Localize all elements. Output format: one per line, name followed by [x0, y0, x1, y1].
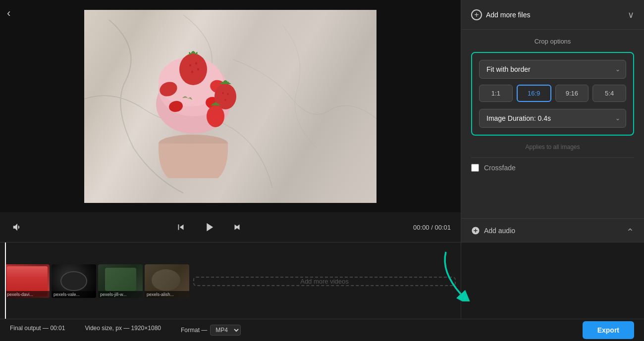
add-more-label: Add more videos: [300, 278, 349, 285]
format: Format — MP4 MOV AVI: [181, 325, 241, 336]
svg-point-8: [197, 68, 199, 70]
timeline-thumb-1[interactable]: pexels-davi...: [5, 264, 50, 298]
time-display: 00:00 / 00:01: [413, 224, 451, 231]
export-button[interactable]: Export: [583, 321, 634, 339]
playback-controls: 00:00 / 00:01: [0, 212, 461, 242]
add-more-videos-area[interactable]: Add more videos: [193, 277, 456, 286]
svg-point-15: [227, 93, 229, 95]
video-size: Video size, px — 1920×1080: [85, 325, 161, 336]
svg-point-16: [225, 99, 226, 101]
svg-point-13: [215, 84, 236, 109]
crop-section: Crop options Fit with border Crop to fil…: [461, 30, 644, 218]
timeline-thumb-2[interactable]: pexels-vale...: [52, 264, 96, 298]
svg-point-6: [195, 62, 197, 64]
plus-circle-icon: +: [471, 9, 482, 20]
add-files-button[interactable]: + Add more files: [471, 9, 530, 20]
right-panel: + Add more files ∨ Crop options Fit with…: [461, 0, 644, 242]
add-audio-button[interactable]: Add audio: [471, 226, 515, 235]
thumb-label-4: pexels-alish...: [145, 291, 189, 298]
svg-point-17: [207, 105, 224, 127]
timeline-right-panel: [461, 243, 644, 319]
status-bar: Final output — 00:01 Video size, px — 19…: [0, 319, 644, 341]
chevron-down-button[interactable]: ∨: [628, 9, 634, 20]
image-duration-select[interactable]: Image Duration: 0.4s Image Duration: 0.5…: [479, 109, 626, 128]
ratio-1-1-button[interactable]: 1:1: [479, 85, 513, 102]
svg-point-7: [191, 70, 193, 73]
applies-to-all-text: Applies to all images: [471, 144, 634, 150]
status-info: Final output — 00:01 Video size, px — 19…: [10, 325, 241, 336]
play-button[interactable]: [200, 218, 218, 236]
add-audio-row: Add audio: [461, 218, 644, 242]
crop-options-box: Fit with border Crop to fill No crop ⌄ 1…: [471, 52, 634, 136]
skip-back-button[interactable]: [173, 220, 188, 235]
ratio-16-9-button[interactable]: 16:9: [517, 85, 551, 102]
image-duration-wrapper: Image Duration: 0.4s Image Duration: 0.5…: [479, 109, 626, 128]
timeline-thumb-3[interactable]: pexels-jill-w...: [98, 264, 143, 298]
volume-button[interactable]: [10, 220, 25, 235]
back-button[interactable]: ‹: [7, 7, 10, 20]
crossfade-label: Crossfade: [484, 164, 516, 172]
chevron-up-button[interactable]: [626, 226, 634, 235]
thumb-label-3: pexels-jill-w...: [98, 291, 143, 298]
crossfade-row: Crossfade: [471, 157, 634, 178]
fit-mode-dropdown-wrapper: Fit with border Crop to fill No crop ⌄: [479, 60, 626, 79]
timeline-area: pexels-davi... pexels-vale... pexels-jil…: [0, 242, 644, 319]
ratio-5-4-button[interactable]: 5:4: [592, 85, 626, 102]
aspect-ratio-buttons: 1:1 16:9 9:16 5:4: [479, 85, 626, 102]
fit-mode-select[interactable]: Fit with border Crop to fill No crop: [479, 60, 626, 79]
svg-point-5: [189, 64, 191, 66]
crossfade-checkbox[interactable]: [471, 164, 479, 172]
playhead: [5, 243, 6, 319]
skip-forward-button[interactable]: [230, 220, 245, 235]
timeline-thumb-4[interactable]: pexels-alish...: [145, 264, 189, 298]
thumb-label-2: pexels-vale...: [52, 291, 96, 298]
crop-options-title: Crop options: [471, 38, 634, 45]
thumb-label-1: pexels-davi...: [5, 291, 50, 298]
svg-point-14: [222, 92, 224, 94]
final-output: Final output — 00:01: [10, 325, 65, 336]
format-select[interactable]: MP4 MOV AVI: [210, 325, 241, 336]
ratio-9-16-button[interactable]: 9:16: [555, 85, 589, 102]
video-preview: [84, 10, 376, 203]
